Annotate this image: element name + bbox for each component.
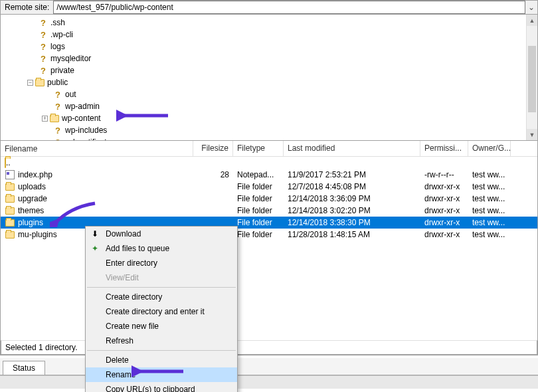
remote-tree-panel: ?.ssh?.wp-cli?logs?mysqleditor?private−p… (0, 15, 538, 141)
col-filename[interactable]: Filename (1, 141, 193, 156)
permissions: -rw-r--r-- (420, 170, 468, 179)
tree-label: .wp-cli (50, 30, 73, 39)
annotation-arrow (132, 364, 185, 379)
permissions: drwxr-xr-x (420, 230, 468, 239)
filetype: File folder (233, 206, 284, 215)
folder-icon (5, 205, 15, 216)
tree-item-wp-content[interactable]: +wp-content (27, 112, 537, 124)
tree-label: wp-content (62, 114, 101, 123)
tree-item--wp-cli[interactable]: ?.wp-cli (27, 29, 537, 41)
annotation-arrow (50, 201, 96, 227)
filename: plugins (18, 218, 43, 227)
tree-label: mysqleditor (50, 54, 91, 63)
tree-scrollbar[interactable]: ▲▼ (526, 15, 537, 140)
path-dropdown-icon[interactable]: ⌄ (525, 3, 537, 12)
list-header: Filename Filesize Filetype Last modified… (1, 141, 537, 157)
unknown-icon: ? (52, 101, 63, 112)
permissions: drwxr-xr-x (420, 218, 468, 227)
unknown-icon: ? (52, 125, 63, 136)
parent-dir-row[interactable]: .. (1, 157, 537, 169)
unknown-icon: ? (38, 17, 48, 28)
tree-label: private (50, 66, 74, 75)
tree-label: out (65, 90, 76, 99)
file-row-mu-plugins[interactable]: mu-pluginsFile folder11/28/2018 1:48:15 … (1, 229, 537, 241)
permissions: drwxr-xr-x (420, 182, 468, 191)
unknown-icon: ? (38, 41, 48, 52)
owner: test ww... (468, 218, 511, 227)
lastmodified: 11/9/2017 2:53:21 PM (284, 170, 420, 179)
folder-icon (35, 77, 45, 88)
remote-path-input[interactable] (53, 1, 525, 14)
ctx-copy-url[interactable]: Copy URL(s) to clipboard (86, 382, 237, 392)
tree-label: logs (50, 42, 65, 51)
status-line: Selected 1 directory. (1, 340, 537, 355)
queue-icon: ✦ (90, 243, 100, 254)
unknown-icon: ? (38, 53, 48, 64)
ctx-add-queue[interactable]: ✦Add files to queue (86, 241, 237, 256)
owner: test ww... (468, 206, 511, 215)
unknown-icon: ? (38, 29, 48, 40)
tree-item-wp-includes[interactable]: ?wp-includes (27, 124, 537, 136)
download-icon: ⬇ (90, 229, 100, 239)
lastmodified: 12/14/2018 3:02:20 PM (284, 206, 420, 215)
unknown-icon: ? (38, 65, 48, 76)
ctx-refresh[interactable]: Refresh (86, 334, 237, 348)
tree-item--ssh[interactable]: ?.ssh (27, 17, 537, 29)
tree-label: .ssh (50, 18, 65, 27)
filename: mu-plugins (18, 230, 57, 239)
lastmodified: 12/14/2018 3:36:09 PM (284, 194, 420, 203)
filesize: 28 (193, 170, 233, 179)
lastmodified: 12/7/2018 4:45:08 PM (284, 182, 420, 191)
tree-item-mysqleditor[interactable]: ?mysqleditor (27, 52, 537, 64)
ctx-enter-dir[interactable]: Enter directory (86, 256, 237, 270)
bottom-tab-bar: Status (0, 358, 538, 375)
owner: test ww... (468, 170, 511, 179)
file-row-index-php[interactable]: index.php28Notepad...11/9/2017 2:53:21 P… (1, 169, 537, 181)
filename: uploads (18, 182, 46, 191)
tree-item-public[interactable]: −public (27, 76, 537, 88)
ctx-view-edit: View/Edit (86, 270, 237, 285)
owner: test ww... (468, 230, 511, 239)
filename: upgrade (18, 194, 47, 203)
col-permissions[interactable]: Permissi... (420, 141, 468, 156)
filetype: Notepad... (233, 170, 284, 179)
permissions: drwxr-xr-x (420, 206, 468, 215)
folder-icon (5, 181, 15, 192)
lastmodified: 12/14/2018 3:38:30 PM (284, 218, 420, 227)
tree-item-ssl-certificates[interactable]: ?ssl.certificates (27, 136, 537, 141)
filename: index.php (18, 170, 52, 179)
file-list-panel: Filename Filesize Filetype Last modified… (0, 141, 538, 355)
col-filesize[interactable]: Filesize (193, 141, 233, 156)
col-lastmodified[interactable]: Last modified (284, 141, 420, 156)
folder-icon (5, 217, 15, 228)
tree-item-wp-admin[interactable]: ?wp-admin (27, 100, 537, 112)
remote-site-label: Remote site: (1, 3, 53, 12)
tab-status[interactable]: Status (3, 361, 45, 375)
folder-icon (49, 113, 60, 124)
tree-item-private[interactable]: ?private (27, 64, 537, 76)
remote-site-bar: Remote site: ⌄ (0, 0, 538, 15)
file-row-uploads[interactable]: uploadsFile folder12/7/2018 4:45:08 PMdr… (1, 181, 537, 193)
owner: test ww... (468, 194, 511, 203)
php-file-icon (5, 169, 15, 180)
permissions: drwxr-xr-x (420, 194, 468, 203)
unknown-icon: ? (52, 89, 63, 100)
ctx-download[interactable]: ⬇Download (86, 227, 237, 241)
filetype: File folder (233, 194, 284, 203)
tree-item-out[interactable]: ?out (27, 88, 537, 100)
ctx-create-dir[interactable]: Create directory (86, 290, 237, 304)
tree-label: wp-includes (65, 126, 107, 135)
folder-icon (5, 193, 15, 204)
col-owner[interactable]: Owner/G... (468, 141, 511, 156)
owner: test ww... (468, 182, 511, 191)
annotation-arrow (116, 108, 169, 123)
status-text: Selected 1 directory. (5, 343, 78, 352)
filetype: File folder (233, 230, 284, 239)
ctx-create-file[interactable]: Create new file (86, 319, 237, 334)
tree-item-logs[interactable]: ?logs (27, 41, 537, 52)
col-filetype[interactable]: Filetype (233, 141, 284, 156)
ctx-create-dir-enter[interactable]: Create directory and enter it (86, 304, 237, 319)
filetype: File folder (233, 218, 284, 227)
filetype: File folder (233, 182, 284, 191)
tree-label: wp-admin (65, 102, 100, 111)
